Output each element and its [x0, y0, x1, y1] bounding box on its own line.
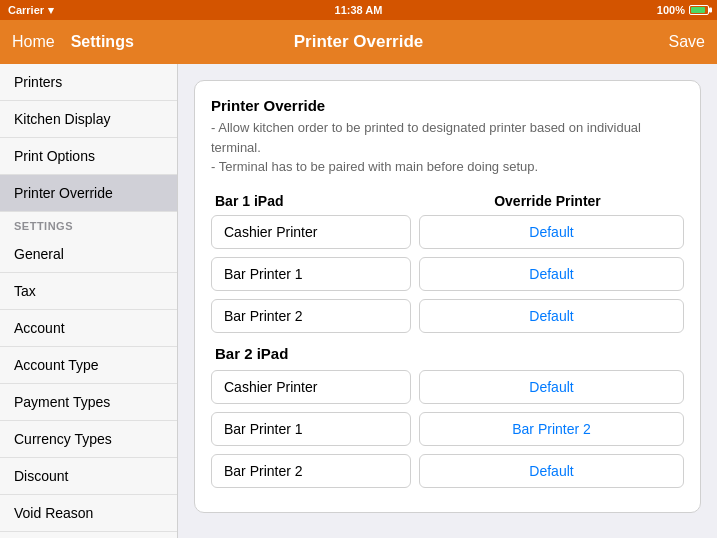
card-title: Printer Override — [211, 97, 684, 114]
sidebar-item-currency-types[interactable]: Currency Types — [0, 421, 177, 458]
status-time: 11:38 AM — [335, 4, 383, 16]
bar2-override-btn-1[interactable]: Bar Printer 2 — [419, 412, 684, 446]
carrier-label: Carrier — [8, 4, 44, 16]
bar2-section-title: Bar 2 iPad — [215, 345, 684, 362]
bar1-device-0: Cashier Printer — [211, 215, 411, 249]
sidebar: Printers Kitchen Display Print Options P… — [0, 64, 178, 538]
sidebar-item-print-options[interactable]: Print Options — [0, 138, 177, 175]
battery-percentage: 100% — [657, 4, 685, 16]
sidebar-item-account-type[interactable]: Account Type — [0, 347, 177, 384]
bar2-row-0: Cashier Printer Default — [211, 370, 684, 404]
sidebar-item-tax[interactable]: Tax — [0, 273, 177, 310]
bar2-device-0: Cashier Printer — [211, 370, 411, 404]
home-button[interactable]: Home — [12, 33, 55, 51]
bar1-device-2: Bar Printer 2 — [211, 299, 411, 333]
bar2-row-1: Bar Printer 1 Bar Printer 2 — [211, 412, 684, 446]
sidebar-item-void-reason[interactable]: Void Reason — [0, 495, 177, 532]
status-right: 100% — [657, 4, 709, 16]
bar1-row-0: Cashier Printer Default — [211, 215, 684, 249]
status-bar: Carrier ▾ 11:38 AM 100% — [0, 0, 717, 20]
card-description-line2: - Terminal has to be paired with main be… — [211, 159, 538, 174]
nav-bar: Home Settings Printer Override Save — [0, 20, 717, 64]
bar1-override-btn-2[interactable]: Default — [419, 299, 684, 333]
nav-title: Printer Override — [294, 32, 423, 52]
col2-header: Override Printer — [415, 193, 680, 209]
card-description: - Allow kitchen order to be printed to d… — [211, 118, 684, 177]
sidebar-item-printer-override[interactable]: Printer Override — [0, 175, 177, 212]
col1-header: Bar 1 iPad — [215, 193, 415, 209]
card-description-line1: - Allow kitchen order to be printed to d… — [211, 120, 641, 155]
wifi-icon: ▾ — [48, 4, 54, 17]
nav-left: Home Settings — [12, 33, 134, 51]
bar1-row-2: Bar Printer 2 Default — [211, 299, 684, 333]
bar1-override-btn-1[interactable]: Default — [419, 257, 684, 291]
bar1-device-1: Bar Printer 1 — [211, 257, 411, 291]
sidebar-item-account[interactable]: Account — [0, 310, 177, 347]
content-area: Printer Override - Allow kitchen order t… — [178, 64, 717, 538]
sidebar-item-kitchen-display[interactable]: Kitchen Display — [0, 101, 177, 138]
sidebar-item-course[interactable]: Course — [0, 532, 177, 538]
main-layout: Printers Kitchen Display Print Options P… — [0, 64, 717, 538]
settings-button[interactable]: Settings — [71, 33, 134, 51]
settings-section-header: SETTINGS — [0, 212, 177, 236]
grid-header: Bar 1 iPad Override Printer — [211, 193, 684, 209]
bar2-row-2: Bar Printer 2 Default — [211, 454, 684, 488]
bar1-row-1: Bar Printer 1 Default — [211, 257, 684, 291]
sidebar-item-general[interactable]: General — [0, 236, 177, 273]
bar1-override-btn-0[interactable]: Default — [419, 215, 684, 249]
battery-icon — [689, 5, 709, 15]
status-left: Carrier ▾ — [8, 4, 54, 17]
sidebar-item-payment-types[interactable]: Payment Types — [0, 384, 177, 421]
bar2-override-btn-2[interactable]: Default — [419, 454, 684, 488]
bar2-device-2: Bar Printer 2 — [211, 454, 411, 488]
bar2-override-btn-0[interactable]: Default — [419, 370, 684, 404]
sidebar-item-printers[interactable]: Printers — [0, 64, 177, 101]
save-button[interactable]: Save — [669, 33, 705, 51]
bar2-device-1: Bar Printer 1 — [211, 412, 411, 446]
sidebar-item-discount[interactable]: Discount — [0, 458, 177, 495]
printer-override-card: Printer Override - Allow kitchen order t… — [194, 80, 701, 513]
